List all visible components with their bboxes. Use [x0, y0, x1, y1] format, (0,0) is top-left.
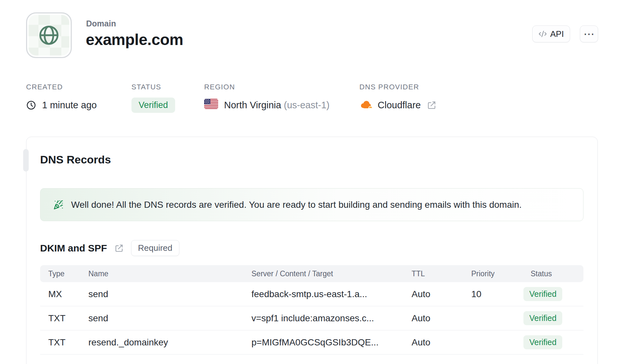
dns-table: Type Name Server / Content / Target TTL …: [40, 265, 583, 355]
dkim-spf-link[interactable]: DKIM and SPF: [40, 243, 123, 254]
dkim-spf-title: DKIM and SPF: [40, 243, 107, 254]
external-link-icon: [115, 244, 123, 252]
region-label: REGION: [204, 83, 329, 91]
cell-ttl: Auto: [412, 313, 471, 324]
dns-table-header: Type Name Server / Content / Target TTL …: [40, 265, 583, 282]
cell-type: MX: [48, 289, 88, 299]
success-banner-text: Well done! All the DNS records are verif…: [71, 200, 522, 210]
cell-content: p=MIGfMA0GCSqGSIb3DQE...: [251, 337, 412, 348]
api-button-label: API: [550, 29, 564, 39]
status-badge: Verified: [131, 98, 175, 113]
dns-provider-label: DNS PROVIDER: [359, 83, 436, 91]
meta-dns-provider: DNS PROVIDER Cloudflare: [359, 83, 436, 112]
party-popper-icon: [53, 200, 63, 210]
cell-ttl: Auto: [412, 337, 471, 348]
column-header-status: Status: [523, 269, 583, 278]
row-status-badge: Verified: [523, 287, 562, 301]
column-header-priority: Priority: [471, 269, 523, 278]
meta-created: CREATED 1 minute ago: [26, 83, 97, 112]
region-value: North Virginia (us-east-1): [224, 100, 329, 111]
domain-avatar: [26, 12, 72, 58]
domain-kicker: Domain: [86, 19, 116, 28]
dns-provider-value: Cloudflare: [378, 100, 421, 111]
api-button[interactable]: API: [532, 25, 570, 42]
more-button[interactable]: ⋯: [580, 25, 598, 42]
us-flag-icon: [204, 99, 218, 111]
region-name: North Virginia: [224, 100, 281, 110]
row-status-badge: Verified: [523, 335, 562, 349]
table-row[interactable]: TXT send v=spf1 include:amazonses.c... A…: [40, 306, 583, 330]
external-link-icon: [427, 101, 436, 110]
row-status-badge: Verified: [523, 311, 562, 325]
dkim-spf-header: DKIM and SPF Required: [40, 240, 179, 256]
globe-icon: [38, 24, 60, 46]
cell-name: send: [88, 313, 251, 324]
region-code: (us-east-1): [284, 100, 329, 110]
page-title: example.com: [86, 31, 183, 49]
table-row[interactable]: TXT resend._domainkey p=MIGfMA0GCSqGSIb3…: [40, 330, 583, 355]
column-header-ttl: TTL: [412, 269, 471, 278]
success-banner: Well done! All the DNS records are verif…: [40, 188, 583, 221]
dns-records-title: DNS Records: [40, 153, 111, 166]
table-row[interactable]: MX send feedback-smtp.us-east-1.a... Aut…: [40, 282, 583, 306]
section-accent-tab: [23, 149, 29, 172]
cell-name: resend._domainkey: [88, 337, 251, 348]
cell-priority: 10: [471, 289, 523, 299]
meta-status: STATUS Verified: [131, 83, 175, 112]
dns-provider-link[interactable]: Cloudflare: [359, 98, 436, 112]
column-header-type: Type: [48, 269, 88, 278]
clock-icon: [26, 100, 36, 110]
cell-ttl: Auto: [412, 289, 471, 299]
meta-region: REGION North Virginia (us: [204, 83, 329, 112]
cell-type: TXT: [48, 337, 88, 348]
column-header-content: Server / Content / Target: [251, 269, 412, 278]
cloudflare-icon: [359, 100, 373, 110]
cell-name: send: [88, 289, 251, 299]
code-icon: [538, 30, 547, 38]
required-badge: Required: [131, 240, 179, 256]
created-label: CREATED: [26, 83, 97, 91]
cell-content: v=spf1 include:amazonses.c...: [251, 313, 412, 324]
status-label: STATUS: [131, 83, 175, 91]
cell-content: feedback-smtp.us-east-1.a...: [251, 289, 412, 299]
created-value: 1 minute ago: [42, 100, 97, 111]
column-header-name: Name: [88, 269, 251, 278]
dns-records-card: DNS Records Well done! All the DNS recor…: [26, 137, 598, 364]
cell-type: TXT: [48, 313, 88, 324]
